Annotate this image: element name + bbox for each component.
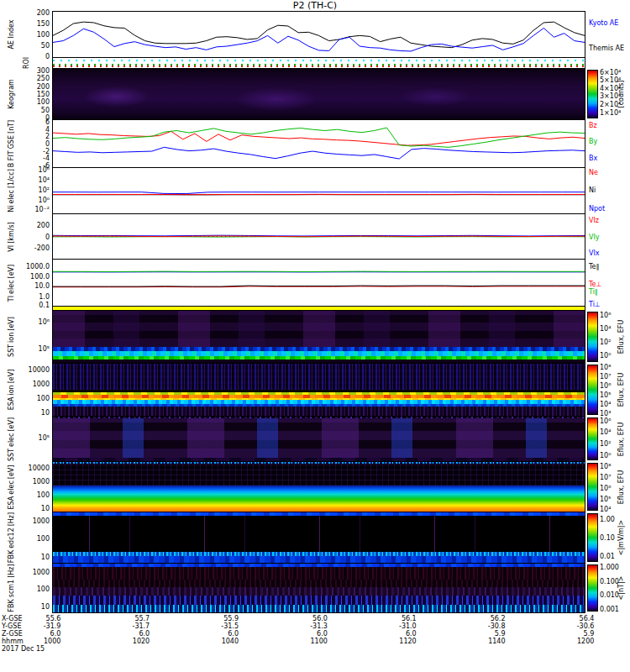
- bfit-y-axis-label: B FIT GSE [nT]: [0, 119, 24, 168]
- footer-col: 55.9-31.5 6.01040: [221, 615, 239, 645]
- footer-col: 56.0-31.3 6.01100: [310, 615, 328, 645]
- keogram-heatmap: [52, 68, 585, 120]
- y-tick: 1000: [33, 568, 50, 575]
- colorbar-tick: 10⁴: [600, 400, 611, 407]
- footer-row-label-z: Z-GSE: [2, 630, 45, 638]
- panel-density: Ni elec [1/cc] 10⁶ 10⁴ 10² 10⁰ 10⁻² Ne N…: [0, 167, 630, 214]
- fbk-edc12-blue-band: [53, 556, 585, 563]
- panel-velocity: VI [km/s] 200 0 -200 VIz VIy VIx: [0, 213, 630, 260]
- density-y-axis-label: Ni elec [1/cc]: [0, 167, 24, 214]
- legend-te-perp: Te⊥: [589, 280, 601, 287]
- panel-b-fit: B FIT GSE [nT] 6 4 2 0 -2 -4 -6 Bz By Bx: [0, 119, 630, 168]
- ae-y-axis-label: AE Index: [0, 11, 24, 58]
- legend-ni: Ni: [589, 186, 596, 193]
- temperature-left-axis: TI elec [eV] 1000.0 100.0 10.0 1.0 0.1: [0, 259, 52, 307]
- fbk-edc12-left-axis: FBK edc12 [Hz] 1000 100 10: [0, 512, 52, 564]
- colorbar-tick: 10⁵: [600, 391, 611, 398]
- velocity-legend: VIz VIy VIx: [585, 213, 630, 260]
- sst-ion-left-axis: SST ion [eV] 10⁶ 10⁵: [0, 310, 52, 364]
- y-tick: 200: [37, 221, 50, 228]
- bfit-legend: Bz By Bx: [585, 119, 630, 168]
- footer-row-label-y: Y-GSE: [2, 622, 45, 630]
- fbk-edc12-spectrogram: [52, 512, 585, 564]
- panel-keogram: Keogram 300 250 200 150 100 50 0 6×10⁴ 5…: [0, 68, 630, 120]
- esa-elec-sparse-speckle: [53, 464, 585, 486]
- esa-ion-colorbar-unit: Eflux, EFU: [616, 363, 627, 417]
- y-tick: 10⁵: [39, 434, 50, 442]
- panel-sst-ion: SST ion [eV] 10⁶ 10⁵ 10⁶ 10⁴ 10² 10⁰ Efl…: [0, 310, 630, 364]
- footer-col: 55.7-31.7 6.01020: [132, 615, 150, 645]
- temperature-plot-area: [52, 259, 585, 307]
- esa-elec-left-axis: ESA elec [eV] 10000 1000 100 10: [0, 461, 52, 512]
- keogram-y-axis-label: Keogram: [0, 68, 24, 120]
- colorbar-tick: 10²: [600, 440, 611, 448]
- ae-plot-area: [52, 11, 585, 58]
- temperature-line-chart: [53, 260, 585, 306]
- y-tick: 300: [37, 67, 50, 75]
- panel-fbk-edc12: FBK edc12 [Hz] 1000 100 10 1.00 0.10 0.0…: [0, 512, 630, 564]
- bfit-line-chart: [53, 120, 585, 167]
- roi-strip: [52, 57, 585, 69]
- footer-col: 56.4-30.6 5.91200: [577, 615, 595, 645]
- colorbar-tick: 10²: [600, 339, 611, 346]
- fbk-scm1-left-axis: FBK scm1 [Hz] 1000 100 10: [0, 563, 52, 613]
- footer-row-label-hhmm: hhmm: [2, 638, 45, 645]
- bfit-left-axis: B FIT GSE [nT] 6 4 2 0 -2 -4 -6: [0, 119, 52, 168]
- density-left-axis: Ni elec [1/cc] 10⁶ 10⁴ 10² 10⁰ 10⁻²: [0, 167, 52, 214]
- colorbar-tick: 10⁰: [600, 352, 611, 360]
- sst-elec-y-axis-label: SST elec [eV]: [0, 416, 24, 462]
- colorbar-tick: 10⁷: [600, 473, 611, 480]
- y-tick: 10.0: [34, 282, 50, 290]
- footer-col: 56.2-30.8 5.91140: [488, 615, 506, 645]
- y-tick: 200: [37, 9, 50, 17]
- y-tick: 1000: [33, 477, 50, 485]
- density-plot-area: [52, 167, 585, 214]
- esa-ion-colorbar: [587, 365, 598, 415]
- sst-ion-y-axis-label: SST ion [eV]: [0, 310, 24, 364]
- y-tick: 100: [37, 585, 50, 593]
- y-tick: 10²: [39, 186, 50, 193]
- density-legend: Ne Ni Npot: [585, 167, 630, 214]
- y-tick: -4: [43, 155, 50, 162]
- y-tick: 10: [41, 603, 50, 611]
- y-tick: 10⁵: [39, 345, 50, 353]
- esa-elec-spectrogram: [52, 461, 585, 512]
- keogram-left-axis: Keogram 300 250 200 150 100 50 0: [0, 68, 52, 120]
- temperature-y-axis-label: TI elec [eV]: [0, 259, 24, 307]
- legend-vix: VIx: [589, 249, 600, 256]
- y-tick: -2: [43, 147, 50, 155]
- legend-ne: Ne: [589, 168, 598, 176]
- y-tick: 1000: [33, 380, 50, 387]
- velocity-plot-area: [52, 213, 585, 260]
- sst-ion-mosaic: [53, 311, 585, 347]
- keogram-colorbar: [587, 70, 598, 118]
- colorbar-tick: 10⁶: [600, 381, 611, 389]
- roi-red-dashes: [53, 66, 585, 67]
- sst-elec-left-axis: SST elec [eV] 10⁵: [0, 416, 52, 462]
- colorbar-tick: 10⁰: [600, 451, 611, 459]
- fbk-scm1-colorbar-unit: <|nT|>: [616, 563, 627, 613]
- esa-ion-left-axis: ESA ion [eV] 10000 1000 100 10: [0, 363, 52, 417]
- y-tick: 0: [45, 233, 50, 240]
- y-tick: 0: [45, 140, 50, 148]
- esa-ion-spectrogram: [52, 363, 585, 417]
- y-tick: 100: [37, 535, 50, 543]
- fbk-scm1-colorbar-area: 1.000 0.100 0.010 0.001 <|nT|>: [585, 563, 630, 613]
- y-tick: 250: [37, 75, 50, 82]
- fbk-scm1-purple-band: [53, 587, 585, 596]
- y-tick: 6: [45, 118, 50, 125]
- legend-bz: Bz: [589, 121, 597, 129]
- legend-viz: VIz: [589, 217, 599, 224]
- roi-cyan-dots: [53, 60, 585, 61]
- ae-line-chart: [53, 12, 585, 57]
- y-tick: 100.0: [30, 272, 50, 280]
- sst-ion-spectrogram: [52, 310, 585, 364]
- legend-themis-ae: Themis AE: [589, 44, 624, 51]
- colorbar-tick: 10⁶: [600, 312, 611, 319]
- sst-elec-colorbar: [587, 417, 598, 460]
- footer-row-labels: X-GSE Y-GSE Z-GSE hhmm 2017 Dec 15: [2, 615, 45, 653]
- panel-esa-elec: ESA elec [eV] 10000 1000 100 10 10⁸ 10⁷ …: [0, 461, 630, 512]
- y-tick: 10⁴: [39, 176, 50, 184]
- legend-kyoto-ae: Kyoto AE: [589, 19, 618, 27]
- sst-elec-spectrogram: [52, 416, 585, 462]
